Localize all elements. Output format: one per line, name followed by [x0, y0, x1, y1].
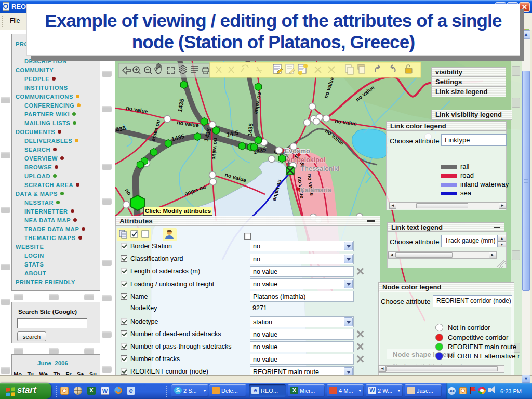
svg-text:Evosmo: Evosmo — [285, 148, 310, 155]
svg-text:Thessaloniki: Thessaloniki — [300, 165, 339, 172]
svg-text:1435: 1435 — [247, 123, 254, 137]
svg-text:Kalamaria: Kalamaria — [300, 187, 332, 194]
